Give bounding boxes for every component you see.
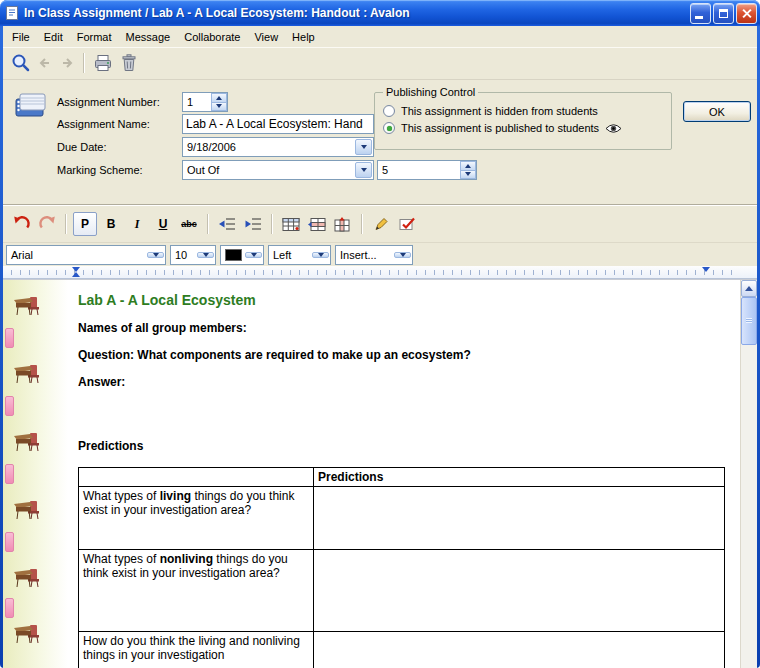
dropdown-arrow[interactable]: [197, 252, 214, 258]
title-bar[interactable]: In Class Assignment / Lab A - A Local Ec…: [0, 0, 760, 26]
radio-label-hidden: This assignment is hidden from students: [401, 105, 598, 117]
menu-edit[interactable]: Edit: [37, 28, 70, 46]
due-date-value: 9/18/2006: [183, 138, 354, 156]
indent-button[interactable]: [241, 212, 265, 236]
dropdown-arrow[interactable]: [394, 252, 411, 258]
assignment-form: Assignment Number: Assignment Name: Due …: [3, 80, 757, 205]
maximize-icon: [719, 9, 728, 18]
header-cell-blank: [79, 468, 314, 487]
insert-combo[interactable]: Insert...: [335, 245, 413, 265]
document-content[interactable]: Lab A - A Local Ecosystem Names of all g…: [68, 280, 740, 668]
down-arrow-icon: [361, 145, 367, 152]
assignment-name-input[interactable]: [183, 115, 373, 133]
answer-cell[interactable]: [314, 550, 725, 632]
app-window: In Class Assignment / Lab A - A Local Ec…: [0, 0, 760, 668]
table-row: What types of nonliving things do you th…: [79, 550, 725, 632]
radio-option-published[interactable]: This assignment is published to students: [383, 122, 663, 134]
bold-button[interactable]: B: [99, 212, 123, 236]
toolbar-separator: [83, 53, 85, 73]
zoom-button[interactable]: [9, 51, 33, 75]
answer-cell[interactable]: [314, 487, 725, 550]
format-bar: Arial 10 Left Insert...: [3, 243, 757, 266]
next-button[interactable]: [57, 51, 77, 75]
assignment-number-spinner[interactable]: 1: [182, 92, 228, 112]
strikethrough-button[interactable]: abc: [177, 212, 201, 236]
down-arrow-icon: [251, 253, 257, 260]
radio-option-hidden[interactable]: This assignment is hidden from students: [383, 105, 663, 117]
toolbar-separator: [271, 214, 273, 234]
italic-button[interactable]: I: [125, 212, 149, 236]
dropdown-arrow[interactable]: [312, 252, 329, 258]
menu-collaborate[interactable]: Collaborate: [177, 28, 247, 46]
redo-button[interactable]: [35, 212, 59, 236]
radio-button-published[interactable]: [383, 122, 395, 134]
ok-button[interactable]: OK: [683, 101, 751, 122]
scrollbar-track[interactable]: [741, 345, 757, 668]
close-button[interactable]: [736, 3, 757, 24]
scrollbar-thumb[interactable]: [741, 297, 757, 345]
font-size-combo[interactable]: 10: [170, 245, 216, 265]
maximize-button[interactable]: [713, 3, 734, 24]
question-text: How do you think the living and nonlivin…: [83, 634, 300, 662]
scroll-up-button[interactable]: [741, 280, 757, 297]
decorative-margin: [3, 280, 68, 668]
vertical-scrollbar[interactable]: [740, 280, 757, 668]
spin-down-button[interactable]: [460, 171, 476, 180]
menu-help[interactable]: Help: [285, 28, 322, 46]
marking-scheme-label: Marking Scheme:: [57, 164, 143, 176]
font-family-combo[interactable]: Arial: [6, 245, 166, 265]
form-check-button[interactable]: [395, 212, 419, 236]
underline-button[interactable]: U: [151, 212, 175, 236]
insert-row-button[interactable]: [305, 212, 329, 236]
right-margin-marker[interactable]: [702, 267, 710, 276]
menu-message[interactable]: Message: [119, 28, 178, 46]
spin-down-button[interactable]: [211, 103, 227, 112]
undo-button[interactable]: [9, 212, 33, 236]
print-button[interactable]: [91, 51, 115, 75]
paragraph-marks-button[interactable]: P: [73, 212, 97, 236]
question-text: What types of: [83, 552, 160, 566]
menu-format[interactable]: Format: [70, 28, 119, 46]
dropdown-arrow[interactable]: [355, 139, 372, 155]
delete-button[interactable]: [117, 51, 141, 75]
dropdown-arrow[interactable]: [147, 252, 164, 258]
insert-table-button[interactable]: [279, 212, 303, 236]
assignment-name-field[interactable]: [182, 114, 374, 134]
up-arrow-icon: [745, 282, 753, 291]
menu-bar: File Edit Format Message Collaborate Vie…: [3, 26, 757, 47]
left-indent-marker[interactable]: [72, 268, 80, 277]
outdent-button[interactable]: [215, 212, 239, 236]
edit-cell-button[interactable]: [369, 212, 393, 236]
spin-up-button[interactable]: [211, 93, 227, 103]
menu-file[interactable]: File: [5, 28, 37, 46]
font-color-combo[interactable]: [220, 245, 264, 265]
notebook-icon: [12, 90, 50, 122]
desk-illustration: [13, 430, 41, 452]
pink-tab-illustration: [5, 396, 14, 416]
marking-points-spinner[interactable]: 5: [377, 160, 477, 180]
document-area[interactable]: Lab A - A Local Ecosystem Names of all g…: [3, 279, 757, 668]
question-cell: What types of nonliving things do you th…: [79, 550, 314, 632]
alignment-combo[interactable]: Left: [268, 245, 331, 265]
marking-scheme-combo[interactable]: Out Of: [182, 160, 374, 180]
radio-button-hidden[interactable]: [383, 105, 395, 117]
answer-cell[interactable]: [314, 632, 725, 668]
assignment-name-label: Assignment Name:: [57, 118, 150, 130]
table-header-row: Predictions: [79, 468, 725, 487]
spinner-buttons: [211, 93, 227, 111]
previous-button[interactable]: [35, 51, 55, 75]
insert-column-button[interactable]: [331, 212, 355, 236]
dropdown-arrow[interactable]: [355, 162, 372, 178]
dropdown-arrow[interactable]: [245, 252, 262, 258]
table-row: How do you think the living and nonlivin…: [79, 632, 725, 668]
down-arrow-icon: [400, 253, 406, 260]
header-cell-predictions: Predictions: [314, 468, 725, 487]
menu-view[interactable]: View: [247, 28, 285, 46]
minimize-button[interactable]: [690, 3, 711, 24]
due-date-combo[interactable]: 9/18/2006: [182, 137, 374, 157]
magnifier-icon: [11, 53, 31, 73]
question-line: Question: What components are required t…: [78, 348, 734, 362]
question-cell: How do you think the living and nonlivin…: [79, 632, 314, 668]
window-icon: [3, 5, 20, 22]
spin-up-button[interactable]: [460, 161, 476, 171]
